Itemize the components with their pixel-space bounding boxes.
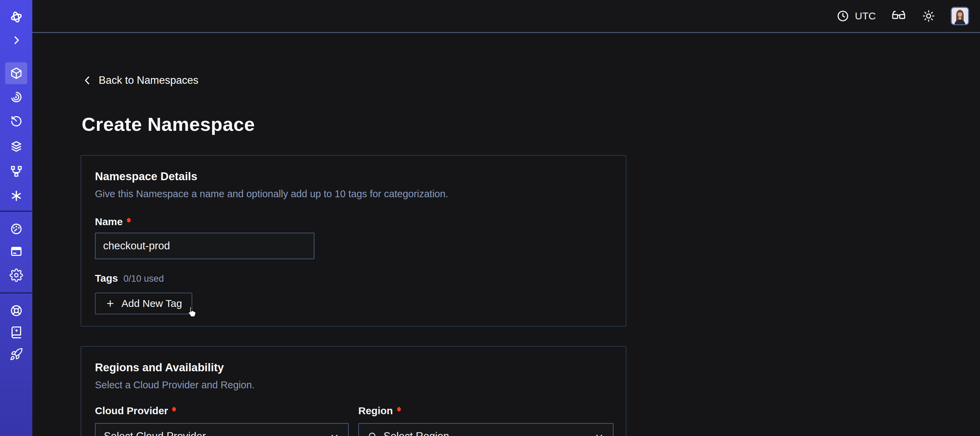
sidebar-divider <box>0 211 32 212</box>
region-select[interactable]: Select Region <box>358 423 614 436</box>
sidebar <box>0 0 32 436</box>
top-bar: UTC <box>32 0 980 33</box>
card-subtitle: Select a Cloud Provider and Region. <box>95 379 612 391</box>
glasses-icon <box>891 8 907 24</box>
tags-label: Tags <box>95 272 118 284</box>
back-to-namespaces-link[interactable]: Back to Namespaces <box>82 74 198 86</box>
region-field: Region Select Region <box>358 405 614 436</box>
chevron-down-icon <box>594 431 605 436</box>
back-link-label: Back to Namespaces <box>99 74 198 86</box>
region-label: Region <box>358 405 614 417</box>
card-title: Namespace Details <box>95 169 612 184</box>
sidebar-item-nexus[interactable] <box>5 185 27 207</box>
timezone-label: UTC <box>855 10 876 22</box>
sidebar-item-usage[interactable] <box>5 218 27 240</box>
main-content: Back to Namespaces Create Namespace Name… <box>32 34 980 436</box>
sidebar-item-get-started[interactable] <box>5 343 27 365</box>
sidebar-item-settings[interactable] <box>5 264 27 286</box>
sidebar-item-deployments[interactable] <box>5 160 27 182</box>
plus-icon <box>105 299 115 308</box>
cloud-provider-select[interactable]: Select Cloud Provider <box>95 423 349 436</box>
required-indicator <box>397 407 401 412</box>
sidebar-item-history[interactable] <box>5 110 27 132</box>
cloud-provider-field: Cloud Provider Select Cloud Provider <box>95 405 349 436</box>
sidebar-item-batch[interactable] <box>5 136 27 157</box>
clock-icon <box>836 9 850 23</box>
card-title: Regions and Availability <box>95 360 612 375</box>
timezone-selector[interactable]: UTC <box>836 9 876 23</box>
avatar-portrait <box>952 8 968 24</box>
name-field-label: Name <box>95 216 612 228</box>
sidebar-item-billing[interactable] <box>5 241 27 262</box>
sidebar-expand-button[interactable] <box>5 29 27 51</box>
namespace-name-input[interactable] <box>95 233 314 259</box>
user-avatar[interactable] <box>951 7 969 25</box>
theme-toggle-button[interactable] <box>921 9 936 23</box>
search-icon <box>367 431 378 436</box>
sidebar-divider <box>0 292 32 294</box>
chevron-down-icon <box>329 431 340 436</box>
chevron-left-icon <box>82 75 93 86</box>
required-indicator <box>172 407 176 412</box>
card-subtitle: Give this Namespace a name and optionall… <box>95 188 612 200</box>
sidebar-item-support[interactable] <box>5 300 27 321</box>
namespace-details-card: Namespace Details Give this Namespace a … <box>81 155 627 327</box>
tags-label-row: Tags 0/10 used <box>95 272 612 284</box>
sun-icon <box>921 9 936 23</box>
temporal-logo[interactable] <box>5 6 27 28</box>
sidebar-item-docs[interactable] <box>5 321 27 343</box>
required-indicator <box>127 218 130 222</box>
cloud-provider-placeholder: Select Cloud Provider <box>104 430 324 436</box>
sidebar-item-namespaces[interactable] <box>5 62 27 84</box>
add-new-tag-label: Add New Tag <box>121 298 182 309</box>
tags-counter: 0/10 used <box>124 273 164 284</box>
regions-availability-card: Regions and Availability Select a Cloud … <box>81 346 627 436</box>
data-converter-button[interactable] <box>891 8 907 24</box>
add-new-tag-button[interactable]: Add New Tag <box>95 292 192 315</box>
sidebar-item-schedules[interactable] <box>5 86 27 108</box>
region-placeholder: Select Region <box>383 430 588 436</box>
page-title: Create Namespace <box>82 113 255 135</box>
cloud-provider-label: Cloud Provider <box>95 405 349 417</box>
